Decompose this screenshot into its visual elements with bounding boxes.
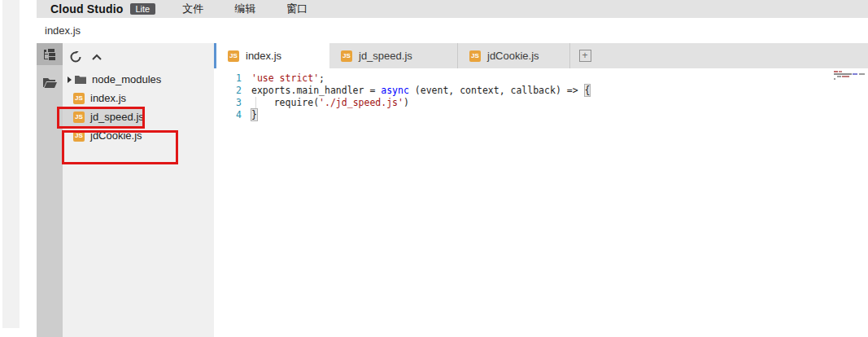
activity-bar <box>37 43 63 337</box>
tab-jdcookie-js[interactable]: JS jdCookie.js <box>458 43 570 68</box>
tab-jd-speed-js[interactable]: JS jd_speed.js <box>329 43 458 68</box>
menu-file[interactable]: 文件 <box>182 2 203 16</box>
gutter: 1234 <box>214 72 242 121</box>
menu-window[interactable]: 窗口 <box>286 2 308 16</box>
line-number: 2 <box>214 85 242 97</box>
code-editor[interactable]: 1234 'use strict';exports.main_handler =… <box>214 68 868 337</box>
line-number: 4 <box>214 109 242 121</box>
app-logo: Cloud Studio <box>50 2 124 15</box>
minimap[interactable] <box>834 71 866 84</box>
explorer-toolbar <box>63 43 214 70</box>
caret-right-icon <box>68 77 72 83</box>
line-number: 3 <box>214 97 242 109</box>
tab-label: index.js <box>246 50 281 62</box>
plus-icon: + <box>579 50 591 62</box>
tree-item-label: node_modules <box>92 73 161 85</box>
folder-icon <box>75 75 86 84</box>
code-line: } <box>251 109 868 121</box>
js-file-icon: JS <box>73 93 85 104</box>
screen: Cloud Studio Lite 文件 编辑 窗口 index.js <box>0 0 868 337</box>
line-number: 1 <box>214 72 242 85</box>
code-line: require('./jd_speed.js') <box>251 97 868 109</box>
folder-open-icon[interactable] <box>37 72 63 94</box>
tree-item-label: jd_speed.js <box>90 111 144 123</box>
collapse-all-icon[interactable] <box>90 50 103 63</box>
code-line: exports.main_handler = async (event, con… <box>251 85 868 97</box>
tab-bar: JS index.js JS jd_speed.js JS jdCookie.j… <box>214 43 868 68</box>
tab-label: jdCookie.js <box>487 50 539 62</box>
editor-area: JS index.js JS jd_speed.js JS jdCookie.j… <box>214 43 868 337</box>
tree-item-label: jdCookie.js <box>90 129 142 142</box>
js-file-icon: JS <box>73 130 85 142</box>
tree-item-jdcookie-js[interactable]: JS jdCookie.js <box>63 126 214 145</box>
breadcrumb-bar: index.js <box>37 18 868 43</box>
js-file-icon: JS <box>341 50 352 62</box>
breadcrumb: index.js <box>45 24 81 37</box>
js-file-icon: JS <box>228 50 239 62</box>
main-content: node_modules JS index.js JS jd_speed.js … <box>37 43 868 337</box>
code-lines: 'use strict';exports.main_handler = asyn… <box>251 72 868 121</box>
menu-edit[interactable]: 编辑 <box>234 2 255 16</box>
menu-bar: Cloud Studio Lite 文件 编辑 窗口 <box>37 0 868 18</box>
tree-item-index-js[interactable]: JS index.js <box>63 89 214 107</box>
cloud-studio-window: Cloud Studio Lite 文件 编辑 窗口 index.js <box>37 0 868 337</box>
tree-item-label: index.js <box>90 92 126 104</box>
tab-label: jd_speed.js <box>359 50 412 62</box>
tree-item-jd-speed-js[interactable]: JS jd_speed.js <box>63 107 142 126</box>
js-file-icon: JS <box>73 112 85 123</box>
tab-index-js[interactable]: JS index.js <box>214 43 329 68</box>
code-line: 'use strict'; <box>251 72 868 85</box>
left-gutter-strip <box>2 0 20 328</box>
refresh-icon[interactable] <box>69 50 82 63</box>
lite-badge: Lite <box>130 3 156 15</box>
outline-tree-icon[interactable] <box>37 43 63 65</box>
tree-item-node-modules[interactable]: node_modules <box>63 70 214 89</box>
new-tab-button[interactable]: + <box>570 43 600 68</box>
indent-guide <box>255 97 256 109</box>
js-file-icon: JS <box>469 50 481 62</box>
file-explorer: node_modules JS index.js JS jd_speed.js … <box>63 43 214 337</box>
